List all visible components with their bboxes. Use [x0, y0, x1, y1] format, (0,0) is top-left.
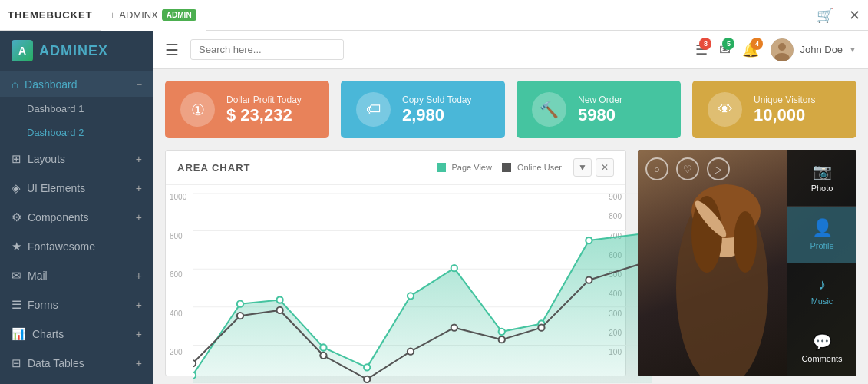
components-plus: +: [136, 211, 142, 223]
sidebar-label-ui: UI Elements: [27, 182, 136, 194]
admin-badge: ADMIN: [162, 9, 196, 21]
dashboard-icon: ⌂: [12, 78, 18, 91]
comments-icon: 💬: [813, 333, 832, 351]
svg-point-10: [193, 372, 196, 379]
dropdown-icon: ▼: [849, 45, 856, 54]
side-action-comments[interactable]: 💬 Comments: [787, 319, 856, 376]
sidebar-item-forms[interactable]: ☰ Forms +: [0, 290, 153, 319]
profile-play-icon[interactable]: ○: [645, 157, 668, 180]
svg-point-24: [320, 353, 326, 359]
sidebar-header: A ADMINEX: [0, 31, 153, 71]
cart-icon[interactable]: 🛒: [817, 7, 833, 24]
stat-value-copy: 2,980: [402, 105, 472, 125]
stat-info-order: New Order 5980: [578, 94, 622, 125]
stat-value-order: 5980: [578, 105, 622, 125]
bell-badge: 4: [751, 38, 763, 50]
stats-row: ① Dollar Profit Today $ 23,232 🏷 Copy So…: [153, 69, 868, 150]
close-icon[interactable]: ✕: [849, 7, 860, 24]
fontawesome-icon: ★: [12, 240, 21, 253]
sidebar-title: ADMINEX: [39, 43, 108, 59]
area-chart-svg: [193, 193, 652, 383]
svg-point-28: [499, 336, 505, 343]
tag-icon: 🏷: [356, 92, 391, 127]
chart-close-button[interactable]: ✕: [596, 158, 614, 177]
hamburger-icon[interactable]: ☰: [165, 41, 179, 59]
sidebar-label-fontawesome: Fontawesome: [28, 240, 142, 253]
top-bar: THEMEBUCKET + ADMINX ADMIN 🛒 ✕: [0, 0, 868, 31]
svg-point-11: [237, 301, 243, 307]
profile-heart-icon[interactable]: ♡: [676, 157, 699, 180]
search-input[interactable]: [199, 44, 322, 55]
stat-card-copy-sold: 🏷 Copy Sold Today 2,980: [341, 81, 505, 138]
comments-label: Comments: [801, 354, 842, 363]
svg-point-36: [734, 211, 757, 273]
eye-icon: 👁: [708, 92, 742, 127]
sidebar-logo: A: [12, 40, 33, 61]
chart-controls: Page View Online User ▼ ✕: [437, 158, 614, 177]
stat-info-visitors: Unique Visitors 10,000: [754, 94, 815, 125]
svg-point-26: [408, 349, 414, 355]
svg-point-13: [320, 344, 326, 350]
bottom-section: AREA CHART Page View Online User ▼ ✕: [153, 150, 868, 384]
person-icon: 👤: [812, 218, 833, 238]
sidebar-label-data-tables: Data Tables: [28, 357, 136, 369]
sidebar-item-charts[interactable]: 📊 Charts +: [0, 319, 153, 349]
side-action-music[interactable]: ♪ Music: [787, 263, 856, 320]
search-box[interactable]: [190, 39, 344, 60]
music-label: Music: [811, 296, 833, 306]
sidebar-label-components: Components: [28, 211, 136, 223]
hammer-icon: 🔨: [532, 92, 566, 127]
sidebar-label-layouts: Layouts: [28, 153, 136, 165]
stat-label-dollar: Dollar Profit Today: [226, 94, 302, 105]
svg-point-25: [364, 376, 370, 382]
chart-body: 1000800600400200 90080070060050040030020…: [166, 185, 625, 376]
layouts-plus: +: [136, 153, 142, 165]
sidebar-item-mail[interactable]: ✉ Mail +: [0, 261, 153, 290]
svg-point-29: [538, 325, 544, 331]
header-icons: ☰ 8 ✉ 5 🔔 4: [695, 38, 856, 61]
sidebar-label-forms: Forms: [28, 299, 136, 311]
sidebar-item-components[interactable]: ⚙ Components +: [0, 203, 153, 232]
svg-marker-9: [193, 233, 652, 383]
dashboard-toggle: −: [137, 79, 142, 90]
dollar-icon: ①: [180, 92, 215, 127]
sidebar-item-dashboard2[interactable]: Dashboard 2: [0, 121, 153, 144]
svg-point-12: [276, 296, 282, 303]
bell-icon-wrap[interactable]: 🔔 4: [742, 41, 759, 58]
sidebar-item-dashboard[interactable]: ⌂ Dashboard −: [0, 71, 153, 97]
sidebar-label-mail: Mail: [28, 270, 136, 282]
data-tables-icon: ⊟: [12, 356, 21, 370]
svg-point-17: [499, 329, 505, 335]
profile-share-icon[interactable]: ▷: [707, 157, 730, 180]
ui-elements-icon: ◈: [12, 181, 21, 195]
envelope-badge: 5: [722, 38, 734, 50]
svg-point-23: [276, 307, 282, 313]
chart-minimize-button[interactable]: ▼: [573, 158, 592, 177]
stat-card-unique-visitors: 👁 Unique Visitors 10,000: [692, 81, 856, 138]
sidebar-item-data-tables[interactable]: ⊟ Data Tables +: [0, 349, 153, 378]
svg-point-19: [586, 237, 592, 243]
stat-info-dollar: Dollar Profit Today $ 23,232: [226, 94, 302, 125]
svg-point-21: [193, 360, 196, 366]
y-axis-left: 1000800600400200: [170, 193, 186, 356]
stat-value-visitors: 10,000: [754, 105, 815, 125]
svg-point-27: [451, 325, 457, 331]
tab-plus: +: [110, 9, 116, 21]
layouts-icon: ⊞: [12, 152, 21, 166]
svg-point-22: [237, 313, 243, 319]
side-action-profile[interactable]: 👤 Profile: [787, 207, 856, 263]
sidebar-item-ui-elements[interactable]: ◈ UI Elements +: [0, 174, 153, 203]
stat-label-copy: Copy Sold Today: [402, 94, 472, 105]
svg-point-15: [408, 293, 414, 299]
stat-label-order: New Order: [578, 94, 622, 105]
svg-point-14: [364, 364, 370, 370]
sidebar-item-layouts[interactable]: ⊞ Layouts +: [0, 144, 153, 174]
tab-adminx[interactable]: + ADMINX ADMIN: [101, 0, 206, 31]
messages-icon-wrap[interactable]: ☰ 8: [695, 41, 708, 58]
envelope-icon-wrap[interactable]: ✉ 5: [719, 41, 731, 58]
stat-card-dollar-profit: ① Dollar Profit Today $ 23,232: [165, 81, 329, 138]
content-header: ☰ ☰ 8 ✉ 5 🔔 4: [153, 31, 868, 69]
user-info[interactable]: John Doe ▼: [771, 38, 856, 61]
sidebar-item-fontawesome[interactable]: ★ Fontawesome: [0, 232, 153, 261]
sidebar-item-dashboard1[interactable]: Dashboard 1: [0, 97, 153, 121]
